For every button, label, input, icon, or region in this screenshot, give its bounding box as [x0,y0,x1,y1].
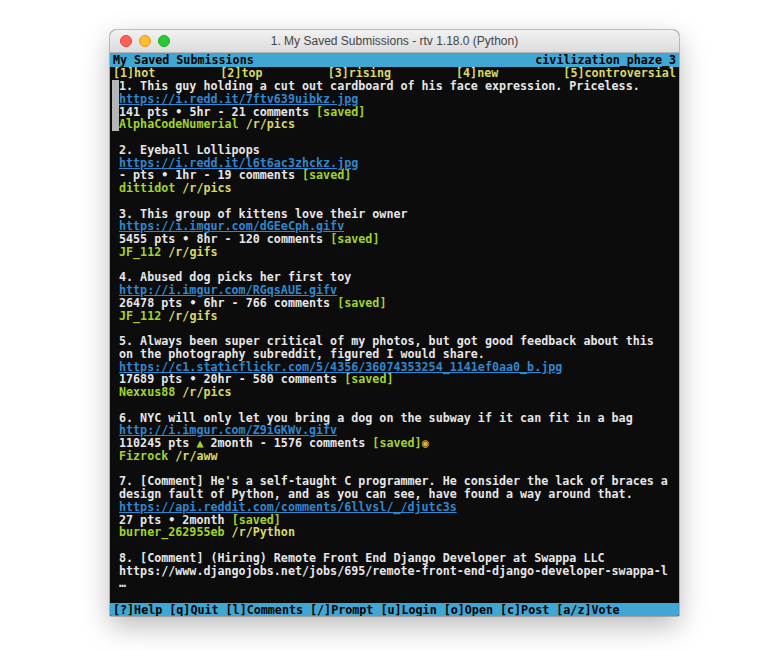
upvote-icon: ▲ [196,437,203,450]
gutter [112,233,119,246]
post-subreddit[interactable]: /r/gifs [161,246,217,259]
post-item: 7. [Comment] He's a self-taught C progra… [112,475,679,539]
post-author-row: burner_262955eb /r/Python [112,526,679,539]
post-item: 3. This group of kittens love their owne… [112,208,679,259]
post-stats-row: 26478 pts • 6hr - 766 comments [saved] [112,297,679,310]
post-title-row: 8. [Comment] (Hiring) Remote Front End D… [112,552,679,565]
post-title[interactable]: https://www.djangojobs.net/jobs/695/remo… [119,565,668,578]
spacer [309,106,316,119]
post-title[interactable]: 5. Always been super critical of my phot… [119,335,654,348]
post-author[interactable]: Fizrock [119,450,168,463]
gutter [112,514,119,527]
gutter [112,271,119,284]
post-subreddit[interactable]: /r/pics [239,118,295,131]
post-title-row: on the photography subreddit, figured I … [112,348,679,361]
spacer [323,233,330,246]
gutter [112,373,119,386]
status-bar: [?]Help [q]Quit [l]Comments [/]Prompt [u… [110,603,679,616]
selection-cursor [112,80,119,93]
post-comments[interactable]: - 1576 comments [253,437,366,450]
bullet-icon: • [182,233,189,246]
gutter [112,475,119,488]
gutter [112,208,119,221]
gutter [112,386,119,399]
post-title[interactable]: 2. Eyeball Lollipops [119,144,260,157]
post-item: 2. Eyeball Lollipopshttps://i.redd.it/l6… [112,144,679,195]
spacer [295,169,302,182]
desktop: 1. My Saved Submissions - rtv 1.18.0 (Py… [0,0,771,650]
post-age: 2month [203,437,252,450]
post-author-row: JF_112 /r/gifs [112,246,679,259]
minimize-button[interactable] [139,35,151,47]
gutter [112,577,119,590]
post-subreddit[interactable]: /r/pics [175,182,231,195]
gutter [112,424,119,437]
post-author[interactable]: JF_112 [119,310,161,323]
post-title-row: design fault of Python, and as you can s… [112,488,679,501]
post-title[interactable]: design fault of Python, and as you can s… [119,488,633,501]
post-title-row: https://www.djangojobs.net/jobs/695/remo… [112,565,679,578]
post-subreddit[interactable]: /r/pics [175,386,231,399]
post-age: 8hr [189,233,217,246]
saved-badge: [saved] [302,169,351,182]
post-stats-row: 110245 pts ▲ 2month - 1576 comments [sav… [112,437,679,450]
selection-cursor [112,106,119,119]
gutter [112,565,119,578]
gutter [112,348,119,361]
post-comments[interactable]: - 580 comments [232,373,338,386]
post-title[interactable]: 8. [Comment] (Hiring) Remote Front End D… [119,552,605,565]
post-author[interactable]: burner_262955eb [119,526,225,539]
post-title[interactable]: on the photography subreddit, figured I … [119,348,485,361]
gutter [112,437,119,450]
post-subreddit[interactable]: /r/aww [168,450,217,463]
post-author-row: Nexxus88 /r/pics [112,386,679,399]
close-button[interactable] [120,35,132,47]
titlebar[interactable]: 1. My Saved Submissions - rtv 1.18.0 (Py… [110,30,679,53]
post-url-link[interactable]: https://i.redd.it/7ftv639uibkz.jpg [119,93,358,106]
post-list: 1. This guy holding a cut out cardboard … [110,80,679,590]
post-comments[interactable]: - 120 comments [218,233,324,246]
post-subreddit[interactable]: /r/gifs [161,310,217,323]
post-title-row: 1. This guy holding a cut out cardboard … [112,80,679,93]
post-item: 6. NYC will only let you bring a dog on … [112,412,679,463]
post-title[interactable]: 1. This guy holding a cut out cardboard … [119,80,640,93]
post-title-row: 5. Always been super critical of my phot… [112,335,679,348]
saved-badge: [saved] [316,106,365,119]
post-url-link[interactable]: https://api.reddit.com/comments/6llvsl/_… [119,501,457,514]
post-title-row: 2. Eyeball Lollipops [112,144,679,157]
gutter [112,361,119,374]
spacer [365,437,372,450]
gutter [112,297,119,310]
saved-badge: [saved] [330,233,379,246]
header-bar: My Saved Submissions civilization_phaze_… [110,53,679,67]
gutter [112,169,119,182]
post-item: 1. This guy holding a cut out cardboard … [112,80,679,131]
post-url-row: http://i.imgur.com/RGqsAUE.gifv [112,284,679,297]
selection-cursor [112,118,119,131]
post-author-row: AlphaCodeNumerial /r/pics [112,118,679,131]
post-subreddit[interactable]: /r/Python [225,526,295,539]
spacer [330,297,337,310]
post-title[interactable]: … [119,577,126,590]
post-author[interactable]: JF_112 [119,246,161,259]
post-url-link[interactable]: http://i.imgur.com/RGqsAUE.gifv [119,284,337,297]
gutter [112,182,119,195]
post-author[interactable]: dittidot [119,182,175,195]
logged-in-username: civilization_phaze_3 [535,53,676,67]
gutter [112,284,119,297]
post-url-row: https://api.reddit.com/comments/6llvsl/_… [112,501,679,514]
post-item: 4. Abused dog picks her first toyhttp://… [112,271,679,322]
gutter [112,310,119,323]
gutter [112,488,119,501]
bullet-icon: • [189,297,196,310]
post-author[interactable]: Nexxus88 [119,386,175,399]
gutter [112,144,119,157]
selection-cursor [112,93,119,106]
post-comments[interactable]: - 766 comments [225,297,331,310]
post-points: 5455 pts [119,233,182,246]
saved-badge: [saved] [337,297,386,310]
post-points: 26478 pts [119,297,189,310]
post-author[interactable]: AlphaCodeNumerial [119,118,239,131]
traffic-lights [120,30,170,52]
fullscreen-button[interactable] [158,35,170,47]
